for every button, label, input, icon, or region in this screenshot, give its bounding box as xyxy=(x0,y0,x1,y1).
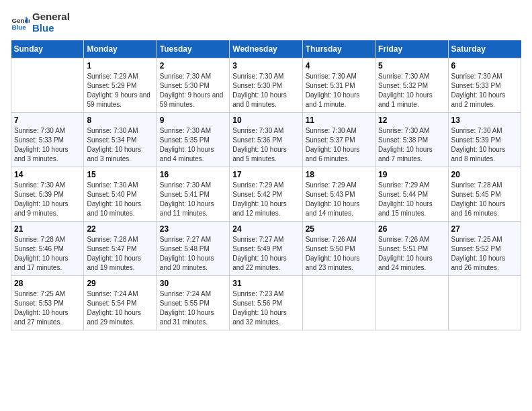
sunrise-label: Sunrise: 7:25 AM xyxy=(14,290,65,298)
day-cell: 29Sunrise: 7:24 AMSunset: 5:54 PMDayligh… xyxy=(84,276,157,330)
day-info: Sunrise: 7:30 AMSunset: 5:40 PMDaylight:… xyxy=(87,181,153,218)
day-info: Sunrise: 7:25 AMSunset: 5:53 PMDaylight:… xyxy=(14,289,81,327)
sunrise-label: Sunrise: 7:27 AM xyxy=(160,236,211,243)
daylight-label: Daylight: 10 hours and 3 minutes. xyxy=(14,146,69,163)
sunset-label: Sunset: 5:55 PM xyxy=(160,300,210,307)
day-number: 3 xyxy=(232,61,299,71)
daylight-label: Daylight: 10 hours and 19 minutes. xyxy=(87,255,141,271)
sunset-label: Sunset: 5:29 PM xyxy=(87,82,136,89)
day-cell: 4Sunrise: 7:30 AMSunset: 5:31 PMDaylight… xyxy=(302,58,375,113)
sunset-label: Sunset: 5:54 PM xyxy=(87,300,136,307)
sunrise-label: Sunrise: 7:30 AM xyxy=(306,127,357,134)
day-cell xyxy=(448,276,521,330)
day-number: 24 xyxy=(232,224,299,234)
day-number: 2 xyxy=(160,61,226,71)
day-info: Sunrise: 7:27 AMSunset: 5:49 PMDaylight:… xyxy=(232,235,299,273)
day-info: Sunrise: 7:29 AMSunset: 5:29 PMDaylight:… xyxy=(87,72,153,109)
daylight-label: Daylight: 10 hours and 27 minutes. xyxy=(14,309,69,326)
day-info: Sunrise: 7:30 AMSunset: 5:41 PMDaylight:… xyxy=(160,181,226,218)
sunrise-label: Sunrise: 7:29 AM xyxy=(378,181,429,189)
day-number: 31 xyxy=(232,279,299,288)
sunrise-label: Sunrise: 7:25 AM xyxy=(451,236,502,243)
day-info: Sunrise: 7:30 AMSunset: 5:35 PMDaylight:… xyxy=(160,126,226,164)
sunset-label: Sunset: 5:33 PM xyxy=(14,136,64,144)
week-row-3: 14Sunrise: 7:30 AMSunset: 5:39 PMDayligh… xyxy=(11,167,521,222)
sunrise-label: Sunrise: 7:26 AM xyxy=(306,236,357,243)
day-cell: 17Sunrise: 7:29 AMSunset: 5:42 PMDayligh… xyxy=(230,167,302,222)
daylight-label: Daylight: 10 hours and 0 minutes. xyxy=(232,91,287,108)
day-cell: 19Sunrise: 7:29 AMSunset: 5:44 PMDayligh… xyxy=(375,167,448,222)
sunrise-label: Sunrise: 7:29 AM xyxy=(87,73,138,80)
daylight-label: Daylight: 10 hours and 20 minutes. xyxy=(160,255,214,271)
day-info: Sunrise: 7:30 AMSunset: 5:37 PMDaylight:… xyxy=(306,126,372,164)
sunset-label: Sunset: 5:32 PM xyxy=(378,82,428,89)
daylight-label: Daylight: 10 hours and 7 minutes. xyxy=(378,146,433,163)
day-cell: 8Sunrise: 7:30 AMSunset: 5:34 PMDaylight… xyxy=(84,113,157,167)
day-cell: 15Sunrise: 7:30 AMSunset: 5:40 PMDayligh… xyxy=(84,167,157,222)
header-thursday: Thursday xyxy=(302,40,375,58)
day-number: 21 xyxy=(14,224,81,234)
header-saturday: Saturday xyxy=(448,40,521,58)
daylight-label: Daylight: 10 hours and 8 minutes. xyxy=(451,146,506,163)
day-number: 28 xyxy=(14,279,81,288)
sunset-label: Sunset: 5:30 PM xyxy=(232,82,282,89)
day-cell: 6Sunrise: 7:30 AMSunset: 5:33 PMDaylight… xyxy=(448,58,521,113)
week-row-4: 21Sunrise: 7:28 AMSunset: 5:46 PMDayligh… xyxy=(11,222,521,276)
sunset-label: Sunset: 5:48 PM xyxy=(160,245,210,253)
daylight-label: Daylight: 10 hours and 11 minutes. xyxy=(160,200,214,217)
daylight-label: Daylight: 10 hours and 1 minute. xyxy=(306,91,360,108)
daylight-label: Daylight: 10 hours and 15 minutes. xyxy=(378,200,433,217)
day-info: Sunrise: 7:30 AMSunset: 5:39 PMDaylight:… xyxy=(451,126,518,164)
logo-icon: General Blue xyxy=(11,13,30,32)
daylight-label: Daylight: 10 hours and 17 minutes. xyxy=(14,255,69,271)
day-cell: 7Sunrise: 7:30 AMSunset: 5:33 PMDaylight… xyxy=(11,113,84,167)
header-tuesday: Tuesday xyxy=(157,40,229,58)
daylight-label: Daylight: 10 hours and 16 minutes. xyxy=(451,200,506,217)
sunset-label: Sunset: 5:39 PM xyxy=(451,136,501,144)
day-number: 4 xyxy=(306,61,372,71)
daylight-label: Daylight: 10 hours and 4 minutes. xyxy=(160,146,214,163)
sunset-label: Sunset: 5:41 PM xyxy=(160,191,210,198)
daylight-label: Daylight: 10 hours and 23 minutes. xyxy=(306,255,360,271)
day-number: 26 xyxy=(378,224,445,234)
day-cell: 22Sunrise: 7:28 AMSunset: 5:47 PMDayligh… xyxy=(84,222,157,276)
day-info: Sunrise: 7:30 AMSunset: 5:30 PMDaylight:… xyxy=(160,72,226,109)
day-number: 22 xyxy=(87,224,153,234)
week-row-2: 7Sunrise: 7:30 AMSunset: 5:33 PMDaylight… xyxy=(11,113,521,167)
sunrise-label: Sunrise: 7:30 AM xyxy=(378,127,429,134)
day-info: Sunrise: 7:30 AMSunset: 5:33 PMDaylight:… xyxy=(14,126,81,164)
day-number: 25 xyxy=(306,224,372,234)
day-number: 7 xyxy=(14,116,81,125)
day-info: Sunrise: 7:28 AMSunset: 5:45 PMDaylight:… xyxy=(451,181,518,218)
day-info: Sunrise: 7:30 AMSunset: 5:34 PMDaylight:… xyxy=(87,126,153,164)
sunrise-label: Sunrise: 7:26 AM xyxy=(378,236,429,243)
sunset-label: Sunset: 5:49 PM xyxy=(232,245,282,253)
sunset-label: Sunset: 5:51 PM xyxy=(378,245,428,253)
sunrise-label: Sunrise: 7:28 AM xyxy=(87,236,138,243)
day-number: 15 xyxy=(87,170,153,179)
day-number: 17 xyxy=(232,170,299,179)
sunrise-label: Sunrise: 7:30 AM xyxy=(160,73,211,80)
sunrise-label: Sunrise: 7:30 AM xyxy=(87,181,138,189)
day-cell: 26Sunrise: 7:26 AMSunset: 5:51 PMDayligh… xyxy=(375,222,448,276)
day-number: 6 xyxy=(451,61,518,71)
sunset-label: Sunset: 5:44 PM xyxy=(378,191,428,198)
day-cell xyxy=(375,276,448,330)
sunset-label: Sunset: 5:53 PM xyxy=(14,300,64,307)
day-cell: 14Sunrise: 7:30 AMSunset: 5:39 PMDayligh… xyxy=(11,167,84,222)
sunset-label: Sunset: 5:52 PM xyxy=(451,245,501,253)
day-info: Sunrise: 7:30 AMSunset: 5:32 PMDaylight:… xyxy=(378,72,445,109)
sunrise-label: Sunrise: 7:30 AM xyxy=(378,73,429,80)
day-cell: 28Sunrise: 7:25 AMSunset: 5:53 PMDayligh… xyxy=(11,276,84,330)
daylight-label: Daylight: 10 hours and 31 minutes. xyxy=(160,309,214,326)
sunrise-label: Sunrise: 7:24 AM xyxy=(160,290,211,298)
svg-text:Blue: Blue xyxy=(11,24,26,31)
day-cell: 1Sunrise: 7:29 AMSunset: 5:29 PMDaylight… xyxy=(84,58,157,113)
daylight-label: Daylight: 10 hours and 3 minutes. xyxy=(87,146,141,163)
day-number: 30 xyxy=(160,279,226,288)
logo-line2: Blue xyxy=(32,22,70,34)
day-cell: 21Sunrise: 7:28 AMSunset: 5:46 PMDayligh… xyxy=(11,222,84,276)
day-info: Sunrise: 7:23 AMSunset: 5:56 PMDaylight:… xyxy=(232,289,299,327)
daylight-label: Daylight: 10 hours and 9 minutes. xyxy=(14,200,69,217)
day-info: Sunrise: 7:30 AMSunset: 5:33 PMDaylight:… xyxy=(451,72,518,109)
